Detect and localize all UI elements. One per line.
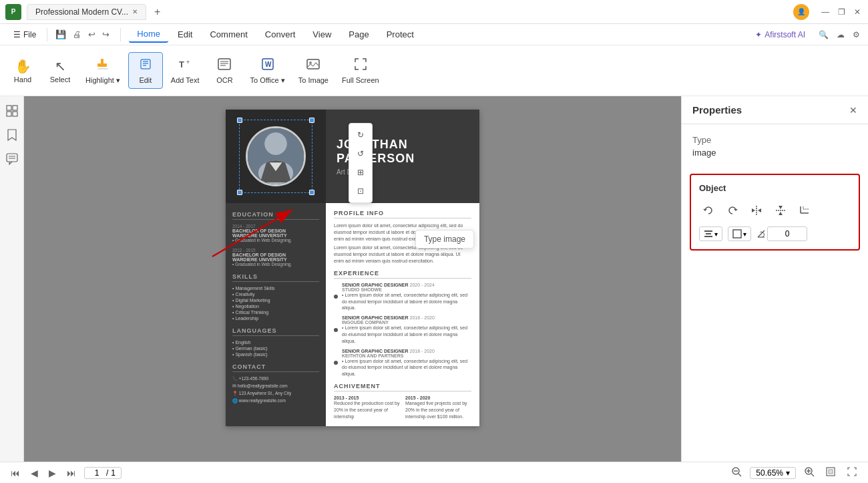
edu-school-1: WARDIERE UNIVERSITY [232,233,319,238]
obj-flip-v-icon[interactable] [771,201,790,220]
document-area[interactable]: ↻ ↺ ⊞ ⊡ JONATHAN PATTERSON Art Director [24,96,681,462]
fit-page-button[interactable] [823,465,839,480]
exp-desc-3: • Lorem ipsum dolor sit amet, consectetu… [342,358,471,377]
hand-label: Hand [14,75,31,84]
angle-input[interactable] [767,226,807,241]
zoom-in-button[interactable] [801,465,817,480]
edu-entry-2: 2012 - 2015 BACHELOR OF DESIGN WARDIERE … [232,248,319,267]
ocr-button[interactable]: OCR [207,53,242,88]
page-separator: / [106,468,108,478]
tab-close-icon[interactable]: ✕ [132,8,138,15]
obj-rotate-right-icon[interactable] [723,201,742,220]
align-arrow: ▾ [714,230,718,238]
save-icon[interactable]: 💾 [53,27,69,42]
menu-item-home[interactable]: Home [129,26,168,43]
highlight-label: Highlight ▾ [85,76,120,85]
sidebar-comments-icon[interactable] [3,150,21,168]
menu-item-convert[interactable]: Convert [257,27,304,42]
zoom-level-display: 50.65% ▾ [750,467,796,479]
minimize-button[interactable]: — [820,7,831,17]
select-tool-button[interactable]: ↖ Select [43,54,77,88]
contact-phone: 📞 +123-456-7890 [232,376,319,381]
edu-note-1: • Graduated in Web Designing. [232,238,319,243]
zoom-out-button[interactable] [728,465,744,480]
menu-item-protect[interactable]: Protect [379,27,422,42]
page-number-input[interactable] [90,468,103,478]
skills-title: SKILLS [232,273,319,282]
exp-desc-2: • Lorem ipsum dolor sit amet, consectetu… [342,325,471,344]
menu-item-comment[interactable]: Comment [202,27,255,42]
hand-tool-button[interactable]: ✋ Hand [5,54,40,88]
highlight-tool-button[interactable]: Highlight ▾ [80,53,126,89]
to-image-button[interactable]: To Image [293,53,334,88]
svg-rect-2 [97,68,108,69]
exp-dot-2 [334,328,338,332]
skills-section: SKILLS • Management Skills • Creativity … [232,273,319,321]
select-icon: ↖ [55,58,66,74]
cv-photo [246,126,306,186]
obj-crop-icon[interactable] [795,201,814,220]
svg-rect-1 [101,59,103,64]
to-image-label: To Image [298,76,329,84]
skill-6: • Leadership [232,316,319,321]
sidebar-thumbnails-icon[interactable] [3,102,21,120]
close-button[interactable]: ✕ [852,7,863,17]
obj-flip-h-icon[interactable] [747,201,766,220]
exp-company-2: INGOUDE COMPANY [342,320,471,325]
svg-rect-21 [7,154,17,162]
svg-marker-30 [752,208,755,212]
prev-page-button[interactable]: ◀ [28,466,41,480]
to-office-button[interactable]: W To Office ▾ [244,53,290,89]
ai-button[interactable]: ✦ Afirstsoft AI [750,27,811,42]
last-page-button[interactable]: ⏭ [64,466,79,480]
page-total: 1 [111,468,116,478]
add-text-icon: T+ [178,57,192,75]
search-icon[interactable]: 🔍 [819,30,829,39]
sidebar-bookmark-icon[interactable] [3,126,21,144]
highlight-icon [95,57,110,75]
menu-item-page[interactable]: Page [341,27,377,42]
settings-icon[interactable]: ⚙ [853,30,860,39]
file-menu[interactable]: ☰ File [8,27,41,42]
restore-button[interactable]: ❐ [836,7,847,17]
align-select[interactable]: ▾ [699,226,722,241]
edit-tool-button[interactable]: Edit [128,52,163,89]
add-text-button[interactable]: T+ Add Text [166,53,205,88]
first-page-button[interactable]: ⏮ [8,466,23,480]
next-page-button[interactable]: ▶ [46,466,59,480]
profile-title: PROFILE INFO [334,210,471,218]
tab-active[interactable]: Professional Modern CV... ✕ [27,4,146,20]
contact-web: 🌐 www.reallygreatsite.com [232,398,319,404]
properties-close-button[interactable]: ✕ [849,105,857,116]
rotate-ccw-btn[interactable]: ↺ [352,145,369,162]
object-controls-row: ▾ ▾ [699,226,851,241]
to-office-label: To Office ▾ [250,76,284,85]
cloud-icon[interactable]: ☁ [837,30,845,39]
to-office-icon: W [260,57,275,75]
exp-header-3: SENIOR GRAPHIC DESIGNER 2018 - 2020 KEIT… [334,349,471,377]
exp-entry-3: SENIOR GRAPHIC DESIGNER 2018 - 2020 KEIT… [334,349,471,377]
separator [47,28,47,41]
experience-section: EXPERIENCE SENIOR GRAPHIC DESIGNER 2020 … [334,270,471,377]
crop-btn[interactable]: ⊡ [352,182,369,200]
education-section: EDUCATION 2014 - 2017 BACHELOR OF DESIGN… [232,211,319,267]
menu-item-edit[interactable]: Edit [170,27,200,42]
window-controls: — ❐ ✕ [820,7,863,17]
full-screen-bottom-button[interactable] [844,465,860,480]
add-tab-button[interactable]: + [152,6,163,18]
object-section: Object [690,174,860,251]
ocr-label: OCR [216,76,232,84]
edit-label: Edit [139,76,152,84]
bottom-bar: ⏮ ◀ ▶ ⏭ / 1 50.65% ▾ [0,462,868,483]
rotate-cw-btn[interactable]: ↻ [352,126,369,144]
photo-container [246,126,306,186]
obj-rotate-left-icon[interactable] [699,201,718,220]
redo-icon[interactable]: ↪ [99,27,112,42]
transform-btn[interactable]: ⊞ [352,164,369,181]
full-screen-button[interactable]: Full Screen [337,53,385,88]
undo-icon[interactable]: ↩ [85,27,98,42]
border-select[interactable]: ▾ [728,226,751,241]
menu-item-view[interactable]: View [304,27,339,42]
print-icon[interactable]: 🖨 [70,27,84,42]
ach-desc-2: Managed five projects cost by 20% in the… [405,400,471,420]
